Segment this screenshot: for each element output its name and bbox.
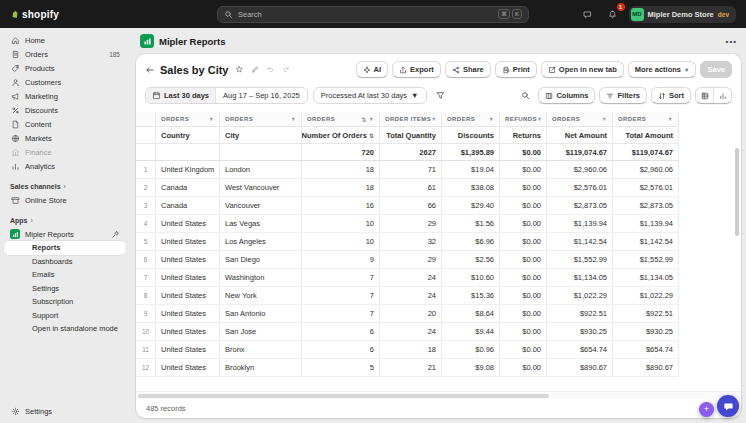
sidebar-app-subitem[interactable]: Reports <box>4 241 126 255</box>
table-row[interactable]: 8 United States New York 7 24 $15.36 $0.… <box>136 287 679 305</box>
table-row[interactable]: 12 United States Brooklyn 5 21 $9.08 $0.… <box>136 359 679 377</box>
sidebar-section-sales-channels[interactable]: Sales channels › <box>4 180 126 193</box>
vertical-scrollbar[interactable] <box>735 148 739 236</box>
sidebar-item-orders[interactable]: Orders 185 <box>4 47 126 61</box>
column-header[interactable]: Total Amount ⇅ <box>613 127 679 143</box>
global-search-input[interactable]: Search ⌘ K <box>217 6 529 23</box>
secondary-launcher-button[interactable]: + <box>699 402 714 417</box>
sidebar-app-subitem[interactable]: Subscription <box>4 295 126 309</box>
print-button[interactable]: Print <box>495 61 537 78</box>
export-button[interactable]: Export <box>392 61 441 78</box>
records-count: 485 records <box>146 404 186 413</box>
column-group-chip[interactable]: ORDERS ⇅▼ <box>442 112 500 126</box>
column-group-chip[interactable]: ORDERS ⇅▼ <box>547 112 613 126</box>
table-row[interactable]: 1 United Kingdom London 18 71 $19.04 $0.… <box>136 161 679 179</box>
sidebar-item-discounts[interactable]: Discounts <box>4 103 126 117</box>
column-header[interactable]: City ⇅ <box>220 127 302 143</box>
app-overflow-menu-button[interactable]: ••• <box>726 37 737 46</box>
chart-view-button[interactable] <box>714 88 731 103</box>
column-header[interactable]: Returns ⇅ <box>500 127 547 143</box>
columns-button[interactable]: Columns <box>538 87 595 104</box>
sidebar-item-marketing[interactable]: Marketing <box>4 89 126 103</box>
share-button[interactable]: Share <box>445 61 491 78</box>
column-group-chip[interactable]: REFUNDS ⇅▼ <box>500 112 547 126</box>
sidebar-item-analytics[interactable]: Analytics <box>4 159 126 173</box>
horizontal-scrollbar[interactable] <box>136 391 741 399</box>
table-row[interactable]: 5 United States Los Angeles 10 32 $6.96 … <box>136 233 679 251</box>
sidebar-app-subitem[interactable]: Emails <box>4 268 126 282</box>
chevron-right-icon: › <box>64 183 66 190</box>
column-group-chip[interactable]: ORDERS ⇅▼ <box>156 112 220 126</box>
table-row[interactable]: 9 United States San Antonio 7 20 $8.64 $… <box>136 305 679 323</box>
more-actions-button[interactable]: More actions▼ <box>628 61 697 78</box>
chat-launcher-button[interactable] <box>717 395 739 417</box>
shopify-logo[interactable]: shopify <box>10 9 59 20</box>
sidebar-app-subitem[interactable]: Settings <box>4 282 126 296</box>
sidebar-section-apps[interactable]: Apps › <box>4 214 126 227</box>
sidebar-item-markets[interactable]: Markets <box>4 131 126 145</box>
date-range-control[interactable]: Last 30 days Aug 17 – Sep 16, 2025 <box>145 87 308 104</box>
sidebar-item-customers[interactable]: Customers <box>4 75 126 89</box>
discounts-percent-icon <box>10 106 20 115</box>
chevron-down-icon: ▼ <box>684 67 689 73</box>
scrollbar-thumb[interactable] <box>138 394 549 398</box>
sidebar-item-label: Orders <box>25 50 48 59</box>
redo-button[interactable] <box>281 65 292 74</box>
date-preset-chip[interactable]: Last 30 days <box>146 88 216 103</box>
column-header[interactable]: Country ⇅ <box>156 127 220 143</box>
column-header[interactable]: Net Amount ⇅ <box>547 127 613 143</box>
total-cell: $119,074.67 <box>613 144 679 160</box>
table-search-button[interactable] <box>517 87 534 104</box>
processed-at-filter[interactable]: Processed At last 30 days ▼ <box>313 87 427 104</box>
table-row[interactable]: 11 United States Bronx 6 18 $0.96 $0.00 … <box>136 341 679 359</box>
column-header[interactable]: Discounts ⇅ <box>442 127 500 143</box>
cell-discounts: $1.56 <box>442 215 500 232</box>
column-group-chip[interactable]: ORDER ITEMS ⇅▼ <box>380 112 442 126</box>
column-group-chip[interactable]: ORDERS ⇅▼ <box>220 112 302 126</box>
sidebar-app-subitem[interactable]: Support <box>4 309 126 323</box>
cell-city: Las Vegas <box>220 215 302 232</box>
open-in-new-tab-button[interactable]: Open in new tab <box>541 61 624 78</box>
cell-total-amount: $2,873.05 <box>613 197 679 214</box>
column-group-chip[interactable]: ORDERS ⇅▼ <box>613 112 679 126</box>
table-row[interactable]: 10 United States San Jose 6 24 $9.44 $0.… <box>136 323 679 341</box>
table-row[interactable]: 4 United States Las Vegas 10 29 $1.56 $0… <box>136 215 679 233</box>
add-filter-button[interactable] <box>432 87 449 104</box>
sidebar-item-content[interactable]: Content <box>4 117 126 131</box>
notifications-button[interactable]: 1 <box>604 5 622 23</box>
table-row[interactable]: 6 United States San Diego 9 29 $2.56 $0.… <box>136 251 679 269</box>
sidebar-app-subitem[interactable]: Open in standalone mode <box>4 322 126 336</box>
table-row[interactable]: 2 Canada West Vancouver 18 61 $38.08 $0.… <box>136 179 679 197</box>
sidebar-item-finance[interactable]: Finance <box>4 145 126 159</box>
pin-icon[interactable] <box>111 230 120 239</box>
totals-row: 720 2627 $1,395.89 $0.00 $119,074.67 $11… <box>136 144 679 161</box>
sidebar-app-subitem[interactable]: Dashboards <box>4 255 126 269</box>
inbox-button[interactable] <box>579 5 597 23</box>
filters-button[interactable]: Filters <box>599 87 647 104</box>
print-icon <box>502 66 510 74</box>
store-menu-button[interactable]: MD Mipler Demo Store dev <box>629 6 736 23</box>
cell-country: United States <box>156 251 220 268</box>
ai-button[interactable]: AI <box>356 61 389 78</box>
chat-bubble-icon <box>583 10 592 19</box>
back-button[interactable] <box>145 65 155 75</box>
sidebar-item-products[interactable]: Products <box>4 61 126 75</box>
favorite-star-button[interactable] <box>234 65 245 74</box>
sidebar-item-mipler-reports[interactable]: Mipler Reports <box>4 227 126 241</box>
column-header[interactable]: Total Quantity ⇅ <box>380 127 442 143</box>
sidebar-item-label: Subscription <box>32 297 73 306</box>
sidebar-item-home[interactable]: Home <box>4 33 126 47</box>
sort-button[interactable]: Sort <box>651 87 691 104</box>
sidebar-item-online-store[interactable]: Online Store <box>4 193 126 207</box>
sidebar-item-settings[interactable]: Settings <box>4 404 126 418</box>
save-button[interactable]: Save <box>700 61 732 78</box>
cell-returns: $0.00 <box>500 287 547 304</box>
undo-button[interactable] <box>265 65 276 74</box>
column-group-chip[interactable]: ORDERS ⇅▼ <box>302 112 380 126</box>
column-header[interactable]: Number Of Orders ⇅ <box>302 127 380 143</box>
table-row[interactable]: 3 Canada Vancouver 16 66 $29.40 $0.00 $2… <box>136 197 679 215</box>
rename-button[interactable] <box>250 65 261 74</box>
table-view-button[interactable] <box>696 88 713 103</box>
table-row[interactable]: 7 United States Washington 7 24 $10.60 $… <box>136 269 679 287</box>
sidebar-item-label: Settings <box>25 407 52 416</box>
